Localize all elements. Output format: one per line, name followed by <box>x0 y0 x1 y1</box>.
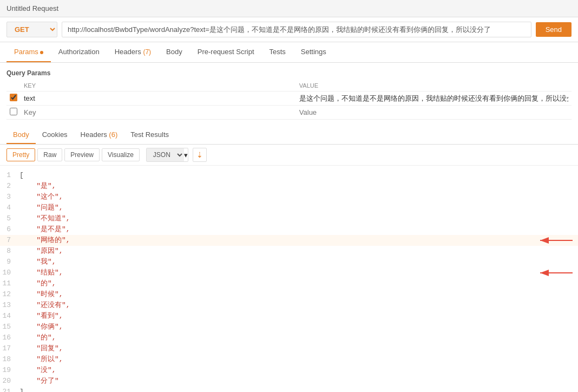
arrow-annotation <box>535 235 578 246</box>
title-bar: Untitled Request <box>0 0 578 17</box>
line-number: 4 <box>0 202 19 213</box>
line-content: "回复", <box>19 343 578 354</box>
line-content: "分了" <box>19 376 578 387</box>
param-checkbox-1[interactable] <box>10 94 17 101</box>
line-content: [ <box>19 170 578 181</box>
line-number: 9 <box>0 257 19 267</box>
tab-body-response[interactable]: Body <box>6 126 36 144</box>
url-bar: GET POST PUT DELETE Send <box>0 17 578 42</box>
code-line: 20 "分了" <box>0 376 578 387</box>
line-content: "不知道", <box>19 213 578 224</box>
params-dot <box>40 51 43 54</box>
code-line: 8 "原因", <box>0 246 578 257</box>
code-line: 17 "回复", <box>0 343 578 354</box>
line-content: "的", <box>19 278 578 289</box>
line-number: 10 <box>0 267 19 278</box>
visualize-button[interactable]: Visualize <box>102 148 140 161</box>
line-number: 7 <box>0 235 19 246</box>
val-col-header: VALUE <box>296 80 572 92</box>
key-col-header: KEY <box>21 80 296 92</box>
code-line: 19 "没", <box>0 365 578 376</box>
line-content: "网络的", <box>19 235 530 246</box>
tab-tests[interactable]: Tests <box>262 42 293 62</box>
code-line: 4 "问题", <box>0 202 578 213</box>
line-number: 8 <box>0 246 19 257</box>
url-input[interactable] <box>62 22 531 37</box>
param-val-1[interactable] <box>299 94 568 102</box>
window-title: Untitled Request <box>6 4 58 12</box>
query-params-title: Query Params <box>6 67 572 80</box>
format-select[interactable]: JSON XML HTML Text <box>147 148 184 161</box>
arrow-icon <box>535 267 578 278</box>
arrow-annotation <box>535 267 578 278</box>
param-key-2[interactable] <box>24 108 293 116</box>
line-number: 11 <box>0 278 19 289</box>
method-select[interactable]: GET POST PUT DELETE <box>6 22 57 37</box>
line-content: "没", <box>19 365 578 376</box>
code-area: 1[2 "是",3 "这个",4 "问题",5 "不知道",6 "是不是",7 … <box>0 166 578 392</box>
response-tabs: Body Cookies Headers (6) Test Results <box>0 126 578 145</box>
code-line: 14 "看到", <box>0 311 578 322</box>
arrow-icon <box>535 235 578 246</box>
tab-settings[interactable]: Settings <box>293 42 334 62</box>
line-content: "时候", <box>19 289 578 300</box>
tab-body[interactable]: Body <box>159 42 190 62</box>
line-content: "原因", <box>19 246 578 257</box>
line-content: "是", <box>19 181 578 192</box>
line-number: 1 <box>0 170 19 181</box>
line-number: 17 <box>0 343 19 354</box>
response-toolbar: Pretty Raw Preview Visualize JSON XML HT… <box>0 145 578 166</box>
line-number: 20 <box>0 376 19 387</box>
tab-headers-response[interactable]: Headers (6) <box>74 126 124 144</box>
line-number: 12 <box>0 289 19 300</box>
line-content: "这个", <box>19 192 578 202</box>
dropdown-chevron-icon: ▾ <box>184 151 188 159</box>
line-number: 15 <box>0 322 19 332</box>
line-number: 3 <box>0 192 19 202</box>
line-number: 13 <box>0 300 19 311</box>
line-number: 19 <box>0 365 19 376</box>
line-number: 14 <box>0 311 19 322</box>
line-content: "所以", <box>19 354 578 365</box>
code-line: 6 "是不是", <box>0 224 578 235</box>
tab-headers[interactable]: Headers (7) <box>107 42 159 62</box>
code-line: 1[ <box>0 170 578 181</box>
code-line: 18 "所以", <box>0 354 578 365</box>
line-content: "看到", <box>19 311 578 322</box>
line-content: ] <box>19 387 578 392</box>
tab-cookies[interactable]: Cookies <box>36 126 74 144</box>
tab-authorization[interactable]: Authorization <box>51 42 107 62</box>
code-line: 13 "还没有", <box>0 300 578 311</box>
table-row <box>6 92 572 106</box>
code-line: 3 "这个", <box>0 192 578 202</box>
format-select-wrap: JSON XML HTML Text ▾ <box>146 148 188 162</box>
code-line: 10 "结贴", <box>0 267 578 278</box>
code-line: 9 "我", <box>0 257 578 267</box>
tab-test-results[interactable]: Test Results <box>124 126 175 144</box>
param-val-2[interactable] <box>299 108 568 116</box>
param-key-1[interactable] <box>24 94 293 102</box>
code-line: 16 "的", <box>0 332 578 343</box>
pretty-button[interactable]: Pretty <box>6 148 35 161</box>
raw-button[interactable]: Raw <box>37 148 62 161</box>
line-content: "的", <box>19 332 578 343</box>
line-number: 18 <box>0 354 19 365</box>
line-number: 5 <box>0 213 19 224</box>
line-content: "我", <box>19 257 578 267</box>
request-tabs: Params Authorization Headers (7) Body Pr… <box>0 42 578 63</box>
line-number: 16 <box>0 332 19 343</box>
code-line: 7 "网络的", <box>0 235 578 246</box>
line-number: 6 <box>0 224 19 235</box>
code-line: 5 "不知道", <box>0 213 578 224</box>
tab-prerequest[interactable]: Pre-request Script <box>190 42 262 62</box>
line-content: "你俩", <box>19 322 578 332</box>
send-button[interactable]: Send <box>536 22 572 37</box>
param-checkbox-2[interactable] <box>10 108 17 115</box>
query-params-section: Query Params KEY VALUE <box>0 63 578 124</box>
tab-params[interactable]: Params <box>6 42 51 62</box>
line-number: 2 <box>0 181 19 192</box>
wrap-icon[interactable]: ⇣ <box>193 148 207 162</box>
preview-button[interactable]: Preview <box>64 148 100 161</box>
code-line: 11 "的", <box>0 278 578 289</box>
params-table: KEY VALUE <box>6 80 572 120</box>
